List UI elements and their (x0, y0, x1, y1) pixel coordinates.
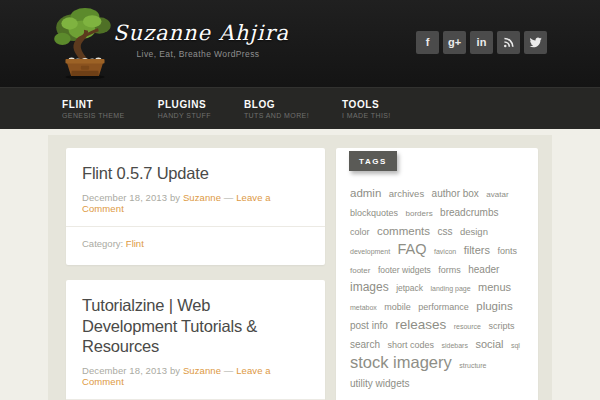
tag-cloud-link[interactable]: footer widgets (378, 265, 431, 275)
category-label: Category: (82, 238, 123, 249)
tag-cloud-link[interactable]: plugins (476, 300, 512, 312)
nav-item-sublabel: GENESIS THEME (62, 112, 125, 119)
post-date: December 18, 2013 by (82, 192, 180, 203)
category-line: Category: Flint (82, 237, 309, 251)
meta-separator: — (224, 365, 234, 376)
main-nav: FLINT GENESIS THEME PLUGINS HANDY STUFF … (0, 87, 600, 129)
nav-item-label: FLINT (62, 99, 125, 110)
tag-cloud-link[interactable]: post info (350, 320, 388, 331)
tag-cloud-link[interactable]: social (475, 338, 503, 350)
tag-cloud-link[interactable]: performance (418, 302, 469, 312)
tag-cloud-link[interactable]: forms (438, 265, 461, 275)
tag-cloud-link[interactable]: css (437, 226, 452, 237)
rss-icon[interactable] (497, 31, 520, 54)
tag-cloud-link[interactable]: header (468, 264, 499, 275)
tag-cloud-link[interactable]: archives (389, 188, 424, 199)
nav-item-label: BLOG (244, 99, 309, 110)
tag-cloud-link[interactable]: sidebars (441, 342, 467, 349)
linkedin-icon[interactable]: in (470, 31, 493, 54)
tag-cloud-link[interactable]: search (350, 339, 380, 350)
post-card: Tutorialzine | Web Development Tutorials… (66, 280, 325, 400)
tag-cloud-link[interactable]: scripts (488, 321, 514, 331)
tag-cloud-link[interactable]: mobile (384, 302, 411, 312)
content-area: Flint 0.5.7 Update December 18, 2013 by … (0, 129, 600, 400)
tag-cloud-link[interactable]: stock imagery (350, 353, 452, 371)
nav-item[interactable]: BLOG TUTS AND MORE! (244, 99, 309, 119)
sidebar: TAGS admin archives author box avatar bl… (336, 148, 538, 400)
site-tagline: Live, Eat, Breathe WordPress (113, 49, 283, 59)
post-card: Flint 0.5.7 Update December 18, 2013 by … (66, 148, 325, 265)
page: Suzanne Ahjira Live, Eat, Breathe WordPr… (0, 0, 600, 400)
nav-item[interactable]: PLUGINS HANDY STUFF (158, 99, 211, 119)
nav-item-sublabel: HANDY STUFF (158, 112, 211, 119)
tag-cloud-link[interactable]: development (350, 248, 390, 255)
social-links: f g+ in (416, 31, 547, 54)
tag-cloud-link[interactable]: sql (511, 342, 520, 349)
nav-item-label: PLUGINS (158, 99, 211, 110)
tag-cloud-link[interactable]: menus (478, 281, 511, 293)
tags-widget: TAGS admin archives author box avatar bl… (336, 148, 538, 400)
site-title[interactable]: Suzanne Ahjira (113, 21, 283, 45)
tag-cloud-link[interactable]: comments (377, 225, 430, 237)
tag-cloud-link[interactable]: utility widgets (350, 378, 409, 389)
tag-cloud-link[interactable]: fonts (497, 246, 517, 256)
nav-item-sublabel: TUTS AND MORE! (244, 112, 309, 119)
site-header: Suzanne Ahjira Live, Eat, Breathe WordPr… (0, 0, 600, 87)
meta-separator: — (224, 192, 234, 203)
author-link[interactable]: Suzanne (183, 192, 221, 203)
tag-cloud-link[interactable]: borders (406, 209, 433, 218)
tag-cloud-link[interactable]: design (460, 226, 488, 237)
tag-cloud-link[interactable]: breadcrumbs (440, 207, 498, 218)
bonsai-tree-icon (53, 5, 117, 79)
post-footer: Category: Flint (66, 226, 325, 265)
site-logo[interactable] (53, 5, 117, 79)
tag-cloud-link[interactable]: FAQ (398, 241, 427, 257)
post-meta: December 18, 2013 by Suzanne — Leave a C… (82, 192, 309, 214)
tag-cloud-link[interactable]: favicon (434, 248, 456, 255)
post-date: December 18, 2013 by (82, 365, 180, 376)
tag-cloud-link[interactable]: releases (395, 317, 446, 332)
tag-cloud-link[interactable]: color (350, 227, 370, 237)
nav-item[interactable]: TOOLS I MADE THIS! (342, 99, 391, 119)
tags-heading: TAGS (349, 151, 397, 171)
tag-cloud-link[interactable]: jetpack (396, 283, 423, 293)
post-header: Flint 0.5.7 Update December 18, 2013 by … (66, 148, 325, 226)
tag-cloud-link[interactable]: short codes (387, 340, 434, 350)
tag-cloud-link[interactable]: metabox (350, 304, 377, 311)
post-title[interactable]: Tutorialzine | Web Development Tutorials… (82, 295, 309, 357)
tag-cloud-link[interactable]: admin (350, 187, 381, 199)
tag-cloud-link[interactable]: filters (464, 244, 490, 256)
tag-cloud-link[interactable]: footer (350, 266, 370, 275)
tag-cloud-link[interactable]: avatar (486, 190, 508, 199)
posts-column: Flint 0.5.7 Update December 18, 2013 by … (66, 148, 325, 400)
post-meta: December 18, 2013 by Suzanne — Leave a C… (82, 365, 309, 387)
author-link[interactable]: Suzanne (183, 365, 221, 376)
post-title[interactable]: Flint 0.5.7 Update (82, 163, 309, 184)
twitter-icon[interactable] (524, 31, 547, 54)
category-link[interactable]: Flint (126, 238, 144, 249)
site-branding: Suzanne Ahjira Live, Eat, Breathe WordPr… (113, 21, 283, 59)
facebook-icon[interactable]: f (416, 31, 439, 54)
nav-item[interactable]: FLINT GENESIS THEME (62, 99, 125, 119)
tag-cloud-link[interactable]: author box (432, 188, 479, 199)
nav-item-label: TOOLS (342, 99, 391, 110)
post-header: Tutorialzine | Web Development Tutorials… (66, 280, 325, 399)
tag-cloud-link[interactable]: resource (454, 323, 481, 330)
tag-cloud: admin archives author box avatar blockqu… (350, 183, 526, 392)
tag-cloud-link[interactable]: images (350, 280, 389, 294)
nav-item-sublabel: I MADE THIS! (342, 112, 391, 119)
tag-cloud-link[interactable]: structure (459, 362, 486, 369)
google-plus-icon[interactable]: g+ (443, 31, 466, 54)
tag-cloud-link[interactable]: blockquotes (350, 208, 398, 218)
content-wrap: Flint 0.5.7 Update December 18, 2013 by … (48, 135, 552, 400)
tag-cloud-link[interactable]: landing page (431, 285, 471, 292)
